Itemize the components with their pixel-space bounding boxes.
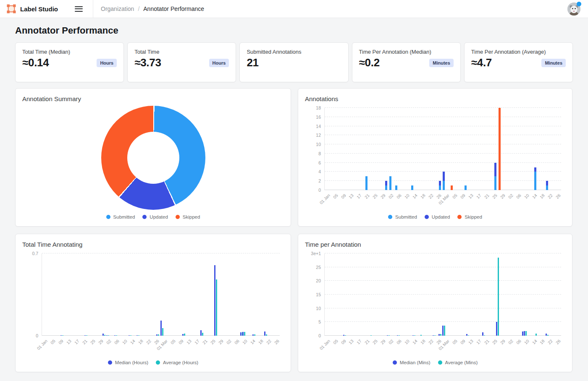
x-tick-label: 29: [380, 339, 387, 345]
bar-average: [202, 333, 203, 336]
x-tick-label: 13: [467, 193, 474, 200]
gridline: 15: [325, 294, 561, 295]
x-tick-label: 10: [404, 193, 410, 200]
x-tick-label: 21: [202, 339, 208, 345]
x-tick-label: 01 Jan: [318, 339, 331, 351]
gridline: 5: [325, 321, 561, 322]
bar-updated: [546, 181, 548, 185]
bar-submitted: [385, 185, 387, 190]
x-tick-label: 05: [50, 339, 56, 345]
x-tick-label: 25: [372, 193, 379, 200]
x-tick-label: 06: [515, 339, 522, 345]
bar-submitted: [534, 172, 536, 190]
x-tick-label: 18: [539, 193, 546, 200]
legend-item-median-hours[interactable]: Median (Hours): [108, 360, 148, 365]
plot-area: 024681012141618: [324, 108, 561, 190]
chart-title: Annotations: [305, 95, 565, 103]
legend-item-average-mins[interactable]: Average (Mins): [438, 360, 478, 365]
y-tick-label: 3e+1: [311, 251, 321, 256]
notification-dot: [577, 2, 581, 6]
legend-dot: [438, 360, 442, 365]
x-tick-label: 14: [412, 193, 418, 200]
bar-submitted: [465, 185, 467, 190]
legend-item-updated[interactable]: Updated: [142, 214, 168, 219]
gridline: 18: [325, 107, 561, 108]
y-tick-label: 25: [316, 265, 321, 270]
legend-item-skipped[interactable]: Skipped: [176, 214, 200, 219]
y-tick-label: 18: [316, 105, 321, 110]
bar-median: [496, 322, 497, 336]
x-tick-label: 14: [249, 339, 256, 345]
x-tick-label: 13: [66, 339, 72, 345]
x-tick-label: 25: [372, 339, 379, 345]
breadcrumb-organization[interactable]: Organization: [101, 5, 134, 12]
legend-item-submitted[interactable]: Submitted: [106, 214, 135, 219]
x-tick-label: 14: [412, 339, 418, 345]
x-tick-label: 22: [428, 193, 434, 200]
x-tick-label: 22: [547, 193, 554, 200]
unit-badge: Hours: [209, 59, 229, 67]
x-tick-label: 21: [483, 339, 490, 345]
legend-item-skipped[interactable]: Skipped: [457, 214, 482, 219]
bar-median: [214, 265, 215, 336]
bar-median: [482, 332, 483, 336]
legend-label: Median (Mins): [400, 360, 430, 365]
main-content: Annotator Performance Total Time (Median…: [0, 25, 588, 372]
x-tick-label: 14: [531, 193, 538, 200]
y-tick-label: 2: [318, 178, 321, 183]
bar-median: [264, 331, 265, 336]
x-tick-label: 17: [475, 339, 482, 345]
time-per-annotation-card: Time per Annotation 3e+1252015105001 Jan…: [298, 234, 572, 372]
x-tick-label: 29: [380, 193, 387, 200]
x-tick-label: 25: [210, 339, 216, 345]
legend-dot: [106, 215, 110, 219]
x-tick-label: 18: [420, 193, 426, 200]
x-tick-label: 17: [194, 339, 200, 345]
legend-label: Submitted: [113, 214, 135, 219]
annotation-summary-card: Annotation Summary SubmittedUpdatedSkipp…: [15, 88, 291, 227]
bar-submitted: [546, 185, 548, 190]
donut-area: [22, 103, 284, 213]
legend-item-average-hours[interactable]: Average (Hours): [156, 360, 198, 365]
x-tick-label: 05: [170, 339, 176, 345]
breadcrumb-separator: /: [138, 5, 139, 12]
x-tick-label: 21: [364, 339, 371, 345]
stat-label: Submitted Annotations: [247, 49, 341, 55]
bar-median: [200, 330, 202, 336]
plot-area: 3e+12520151050: [324, 253, 561, 336]
gridline: 12: [325, 135, 561, 135]
gridline: 20: [325, 280, 561, 281]
stat-card-time-per-annotation-median: Time Per Annotation (Median) ≈0.2 Minute…: [352, 42, 461, 82]
gridline: 3e+1: [325, 253, 561, 253]
x-tick-label: 29: [218, 339, 224, 345]
y-tick-label: 10: [316, 306, 321, 311]
x-tick-label: 06: [113, 339, 120, 345]
user-avatar[interactable]: [567, 3, 580, 16]
legend-dot: [388, 215, 392, 219]
x-tick-label: 09: [178, 339, 184, 345]
x-tick-label: 10: [523, 339, 530, 345]
x-tick-label: 21: [364, 193, 371, 200]
time-per-annotation-legend: Median (Mins)Average (Mins): [305, 358, 565, 365]
x-tick-label: 09: [58, 339, 64, 345]
stat-cards-row: Total Time (Median) ≈0.14 Hours Total Ti…: [15, 42, 573, 82]
legend-item-submitted[interactable]: Submitted: [388, 214, 417, 219]
stat-label: Total Time (Median): [22, 49, 117, 55]
y-tick-label: 0: [318, 188, 321, 193]
bar-submitted: [365, 176, 368, 190]
legend-dot: [425, 215, 429, 219]
chart-title: Annotation Summary: [22, 95, 284, 103]
y-tick-label: 6: [318, 160, 321, 165]
legend-dot: [176, 215, 180, 219]
hamburger-menu-icon[interactable]: [75, 5, 83, 13]
x-tick-label: 29: [499, 193, 506, 200]
stat-value: ≈3.73: [134, 56, 161, 69]
y-tick-label: 10: [316, 142, 321, 147]
annotations-chart-card: Annotations 02468101214161801 Jan0509131…: [298, 88, 572, 227]
legend-item-updated[interactable]: Updated: [425, 214, 450, 219]
x-tick-label: 18: [257, 339, 264, 345]
x-tick-label: 06: [396, 193, 402, 200]
legend-label: Submitted: [395, 214, 417, 219]
x-tick-label: 22: [428, 339, 434, 345]
legend-item-median-mins[interactable]: Median (Mins): [393, 360, 430, 365]
